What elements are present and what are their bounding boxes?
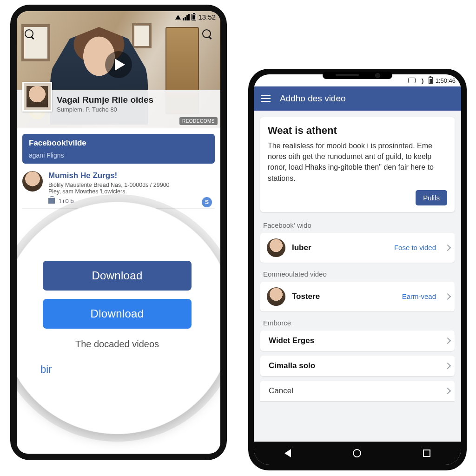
battery-icon	[429, 77, 433, 84]
status-time: 13:52	[198, 13, 216, 21]
chevron-right-icon	[444, 388, 451, 394]
section-label: Eomneoulated video	[254, 267, 461, 282]
hero-decor-frame	[132, 23, 152, 48]
zoom-lens-overlay: Download Dlownload The docaded videos bi…	[17, 202, 220, 434]
gift-icon	[48, 198, 55, 204]
list-item-name: Cancel	[269, 386, 439, 396]
card-cta-button[interactable]: Pulils	[416, 190, 447, 205]
list-item-name: Cimalla solo	[269, 361, 439, 370]
app-bar: Addho des video	[254, 86, 461, 111]
avatar	[267, 238, 285, 257]
battery-icon	[192, 14, 196, 20]
phone-right-frame: 1:50:46 Addho des video Weat is athent T…	[248, 69, 467, 470]
video-subtitle: Sumplem. P. Tucho 80	[57, 106, 215, 113]
list-item[interactable]: Widet Erges	[260, 331, 455, 351]
phone-notch	[323, 72, 392, 79]
notification-icon	[408, 78, 416, 83]
chevron-right-icon	[444, 363, 451, 369]
list-item[interactable]: Iuber Fose to vided	[260, 233, 455, 263]
banner-title: Facebook!vilde	[29, 139, 208, 148]
phone-left-screen: 13:52 Vagal Rumje Rile oides Sumplem. P.…	[17, 11, 220, 454]
avatar	[267, 287, 285, 306]
list-item-name: Tostere	[292, 292, 396, 301]
wifi-icon	[418, 78, 426, 83]
lens-link[interactable]: bir	[40, 364, 52, 376]
nav-recent-icon[interactable]	[423, 450, 430, 457]
list-item-name: Widet Erges	[269, 336, 439, 345]
card-heading: Weat is athent	[268, 125, 447, 137]
app-bar-title: Addho des video	[280, 93, 346, 104]
status-badge: S	[202, 197, 212, 207]
facebook-video-banner[interactable]: Facebook!vilde agani Fligns	[22, 134, 215, 164]
video-title: Vagal Rumje Rile oides	[57, 95, 215, 105]
list-item-action: Fose to vided	[394, 244, 436, 251]
phone-left-frame: 13:52 Vagal Rumje Rile oides Sumplem. P.…	[10, 5, 227, 460]
nav-home-icon[interactable]	[353, 449, 361, 457]
signal-icon	[175, 15, 181, 20]
download-button-primary[interactable]: Download	[43, 261, 192, 291]
author-thumbnail[interactable]	[22, 82, 52, 112]
section-label: Emborce	[254, 316, 461, 331]
card-body: The realisless for moold book i is prosi…	[268, 140, 447, 184]
cell-signal-icon	[183, 14, 190, 20]
android-nav-bar	[254, 442, 461, 465]
post-reaction-count: 1+0 b	[59, 198, 74, 205]
phone-right-screen: 1:50:46 Addho des video Weat is athent T…	[254, 74, 461, 465]
status-bar-left: 13:52	[175, 13, 216, 21]
info-card: Weat is athent The realisless for moold …	[260, 117, 455, 212]
list-item-name: Iuber	[292, 243, 388, 252]
play-icon[interactable]	[105, 51, 132, 78]
lens-caption: The docaded videos	[75, 339, 159, 350]
post-meta: Pley, sam Mowthes 'Lowiclers.	[48, 188, 215, 195]
list-item[interactable]: Cimalla solo	[260, 356, 455, 376]
chevron-right-icon	[444, 337, 451, 344]
nav-back-icon[interactable]	[284, 449, 291, 457]
chevron-right-icon	[444, 245, 451, 251]
search-icon[interactable]	[23, 28, 36, 41]
chevron-right-icon	[444, 293, 451, 300]
status-time: 1:50:46	[436, 77, 456, 84]
video-badge: REODECOMS	[179, 117, 218, 125]
list-item-action: Earm-vead	[402, 292, 436, 300]
search-icon[interactable]	[201, 28, 214, 41]
list-item-cancel[interactable]: Cancel	[260, 381, 455, 401]
menu-icon[interactable]	[261, 95, 271, 102]
section-label: Facebook' wido	[254, 218, 461, 233]
video-hero[interactable]: Vagal Rumje Rile oides Sumplem. P. Tucho…	[17, 11, 220, 128]
download-button-secondary[interactable]: Dlownload	[43, 299, 192, 329]
post-title: Mumish He Zurgs!	[48, 171, 215, 180]
banner-subtitle: agani Fligns	[29, 152, 208, 159]
video-title-card: Vagal Rumje Rile oides Sumplem. P. Tucho…	[17, 90, 220, 128]
avatar[interactable]	[22, 171, 43, 192]
post-meta: Biolily Mauslente Bread Nas, 1-0000ds / …	[48, 182, 215, 188]
list-item[interactable]: Tostere Earm-vead	[260, 282, 455, 311]
